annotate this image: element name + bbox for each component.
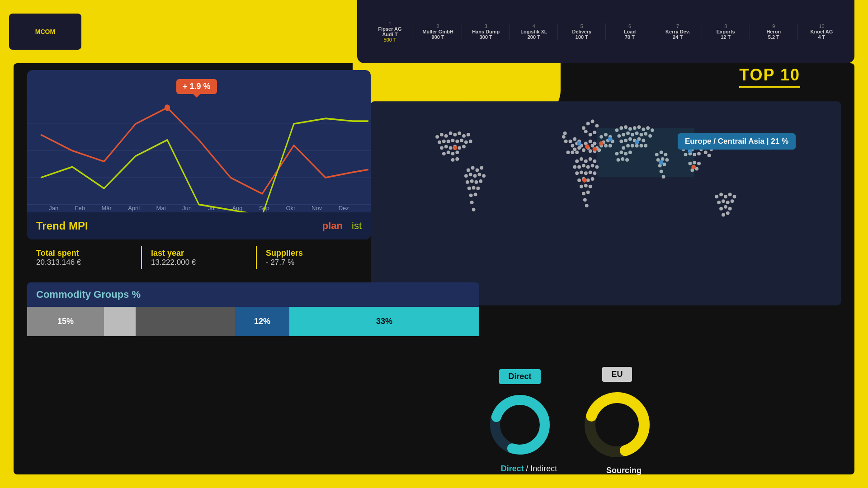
svg-point-117 (464, 141, 468, 144)
svg-point-89 (584, 171, 588, 175)
svg-point-132 (471, 166, 475, 170)
svg-point-13 (584, 130, 588, 133)
svg-point-139 (482, 174, 486, 178)
donut-eu-svg (579, 386, 656, 463)
donut-direct-svg (484, 389, 556, 461)
top10-item-8: 8 Exports12 T (702, 23, 750, 40)
top10-item-5: 5 Delivery100 T (558, 23, 606, 40)
name-7: Kerry Dev.24 T (665, 29, 690, 40)
svg-point-96 (580, 185, 583, 188)
svg-point-138 (477, 173, 481, 176)
svg-point-143 (479, 179, 482, 183)
svg-point-109 (462, 134, 466, 138)
svg-point-103 (435, 135, 439, 139)
svg-point-193 (724, 195, 727, 198)
top10-item-7: 7 Kerry Dev.24 T (654, 23, 702, 40)
yellow-bottom (0, 474, 868, 488)
donut-eu-panel: EU (579, 367, 656, 463)
stats-row: Total spent 20.313.146 € last year 13.22… (27, 246, 371, 269)
svg-point-17 (571, 144, 574, 148)
svg-point-84 (586, 165, 590, 169)
stat-suppliers-label: Suppliers (266, 249, 362, 258)
top10-item-3: 3 Hans Dump300 T (462, 23, 510, 40)
name-8: Exports12 T (717, 29, 735, 40)
rank-9: 9 (772, 23, 775, 29)
svg-point-8 (586, 122, 590, 125)
svg-point-142 (475, 180, 478, 184)
val-1: 500 T (384, 37, 396, 42)
svg-point-14 (569, 140, 572, 143)
svg-point-148 (474, 192, 477, 196)
legend-ist: ist (352, 220, 362, 232)
bar-seg-3 (136, 307, 235, 336)
svg-point-123 (458, 146, 461, 150)
donut-direct-panel: Direct (484, 369, 556, 461)
svg-point-91 (593, 171, 597, 175)
svg-point-97 (584, 184, 588, 188)
svg-point-213 (582, 178, 587, 183)
top10-item-2: 2 Müller GmbH900 T (414, 23, 462, 40)
svg-point-126 (447, 150, 450, 154)
map-panel: Europe / Centrail Asia | 21 % (371, 95, 841, 312)
svg-point-214 (453, 145, 458, 150)
svg-point-199 (731, 199, 734, 203)
svg-point-119 (440, 146, 443, 150)
chart-panel: Jan Feb Mär April Mai Jun Jul Aug Sep Ok… (27, 70, 371, 239)
top10-item-4: 4 Logistik XL200 T (510, 23, 558, 40)
svg-point-129 (451, 158, 455, 162)
svg-point-112 (442, 140, 446, 143)
svg-point-113 (447, 140, 450, 143)
bottom-label-direct-indirect: Direct / Indirect (484, 464, 574, 474)
svg-point-196 (717, 201, 721, 204)
stat-suppliers-value: - 27.7 % (266, 258, 362, 267)
chart-tooltip: + 1.9 % (176, 79, 217, 94)
svg-point-85 (591, 164, 594, 168)
svg-point-87 (575, 171, 579, 175)
chart-legend: plan ist (322, 220, 362, 232)
svg-point-121 (449, 146, 453, 150)
name-1: Fipser AGAudi T (378, 26, 401, 37)
sourcing-label: Sourcing (606, 466, 642, 475)
yellow-right (854, 0, 868, 488)
svg-point-28 (563, 131, 567, 135)
svg-point-95 (591, 177, 594, 181)
svg-point-167 (704, 150, 708, 154)
direct-label: Direct (501, 464, 524, 473)
top10-panel: 1 Fipser AGAudi T 500 T 2 Müller GmbH900… (357, 0, 854, 63)
svg-point-168 (708, 154, 711, 157)
svg-point-202 (728, 207, 732, 211)
svg-point-94 (586, 178, 590, 182)
svg-point-111 (438, 141, 441, 144)
svg-point-82 (577, 165, 581, 169)
svg-point-116 (460, 139, 463, 142)
svg-point-201 (724, 205, 727, 209)
svg-point-81 (573, 165, 576, 169)
svg-point-99 (582, 192, 585, 195)
bar-seg-2 (104, 307, 136, 336)
top10-item-9: 9 Heron5.2 T (750, 23, 798, 40)
svg-point-164 (697, 152, 701, 155)
bar-seg-1: 15% (27, 307, 104, 336)
svg-point-77 (580, 157, 583, 161)
svg-point-102 (585, 204, 589, 207)
svg-point-90 (589, 170, 592, 174)
svg-point-12 (589, 133, 592, 136)
svg-point-124 (462, 145, 466, 148)
svg-point-208 (577, 141, 581, 146)
name-6: Load70 T (624, 29, 636, 40)
top10-item-6: 6 Load70 T (606, 23, 654, 40)
stat-suppliers: Suppliers - 27.7 % (257, 249, 371, 267)
map-tooltip: Europe / Centrail Asia | 21 % (678, 133, 796, 150)
rank-6: 6 (628, 23, 631, 29)
rank-3: 3 (485, 23, 487, 29)
svg-point-149 (470, 201, 474, 204)
svg-point-106 (449, 131, 453, 135)
svg-point-204 (726, 211, 730, 215)
yellow-left (0, 0, 14, 488)
svg-point-200 (719, 207, 723, 211)
svg-point-98 (589, 185, 592, 188)
svg-point-110 (467, 133, 470, 136)
rank-10: 10 (819, 23, 824, 29)
svg-point-114 (451, 139, 455, 142)
svg-point-195 (733, 195, 736, 198)
